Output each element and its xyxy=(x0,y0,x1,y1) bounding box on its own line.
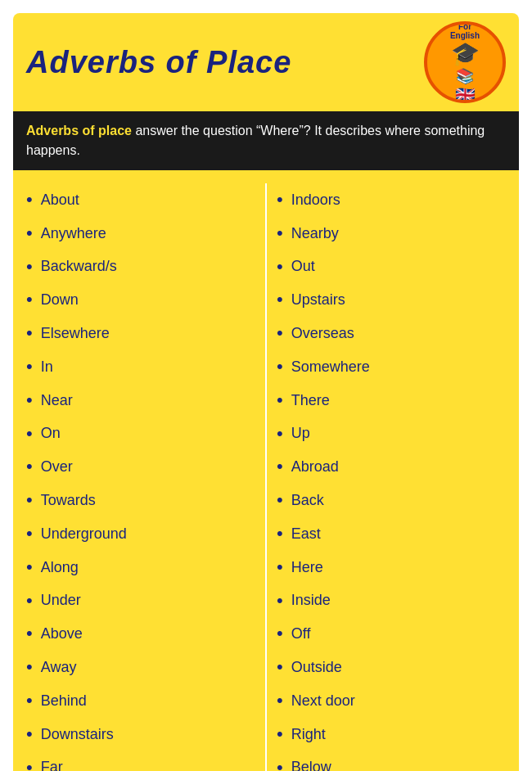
list-item: On xyxy=(26,417,255,451)
header: Adverbs of Place LessonsForEnglish 🎓 📚 🇬… xyxy=(13,13,519,111)
page-wrapper: Adverbs of Place LessonsForEnglish 🎓 📚 🇬… xyxy=(0,0,532,771)
list-item: Along xyxy=(26,551,255,584)
logo-books-icon: 📚 xyxy=(456,67,474,85)
page-title: Adverbs of Place xyxy=(26,45,291,80)
list-item: There xyxy=(277,384,506,417)
list-item: Downstairs xyxy=(26,718,255,751)
right-list: IndoorsNearbyOutUpstairsOverseasSomewher… xyxy=(277,183,506,771)
list-item: Behind xyxy=(26,684,255,718)
list-item: Up xyxy=(277,417,506,451)
logo-hat-icon: 🎓 xyxy=(451,40,480,67)
logo-text-top: LessonsForEnglish xyxy=(449,21,482,40)
list-item: Somewhere xyxy=(277,350,506,384)
list-item: Overseas xyxy=(277,317,506,350)
list-item: Outside xyxy=(277,651,506,684)
left-column: AboutAnywhereBackward/sDownElsewhereInNe… xyxy=(20,183,262,771)
list-item: Next door xyxy=(277,684,506,718)
list-item: Abroad xyxy=(277,450,506,484)
list-item: Down xyxy=(26,283,255,317)
list-item: Towards xyxy=(26,484,255,517)
list-item: Out xyxy=(277,250,506,284)
list-item: Away xyxy=(26,651,255,684)
list-item: Over xyxy=(26,450,255,484)
highlight-text: Adverbs of place xyxy=(26,124,132,138)
right-column: IndoorsNearbyOutUpstairsOverseasSomewher… xyxy=(270,183,512,771)
list-item: Elsewhere xyxy=(26,317,255,350)
left-list: AboutAnywhereBackward/sDownElsewhereInNe… xyxy=(26,183,255,771)
list-item: Under xyxy=(26,584,255,618)
list-item: Near xyxy=(26,384,255,417)
list-item: Inside xyxy=(277,584,506,618)
description-box: Adverbs of place answer the question “Wh… xyxy=(13,111,519,170)
logo-circle: LessonsForEnglish 🎓 📚 🇬🇧 .Com xyxy=(424,21,506,103)
list-item: Right xyxy=(277,718,506,751)
list-item: Indoors xyxy=(277,183,506,217)
list-item: Backward/s xyxy=(26,250,255,284)
list-item: Underground xyxy=(26,517,255,551)
list-item: Nearby xyxy=(277,217,506,250)
list-item: Anywhere xyxy=(26,217,255,250)
list-item: Upstairs xyxy=(277,283,506,317)
list-item: Back xyxy=(277,484,506,517)
list-item: Far xyxy=(26,751,255,771)
column-divider xyxy=(265,183,267,771)
list-item: Below xyxy=(277,751,506,771)
list-item: Above xyxy=(26,617,255,651)
logo-flag-icon: 🇬🇧 xyxy=(455,85,476,104)
list-item: East xyxy=(277,517,506,551)
list-item: Off xyxy=(277,617,506,651)
content-area: AboutAnywhereBackward/sDownElsewhereInNe… xyxy=(13,170,519,771)
list-item: In xyxy=(26,350,255,384)
list-item: About xyxy=(26,183,255,217)
list-item: Here xyxy=(277,551,506,584)
